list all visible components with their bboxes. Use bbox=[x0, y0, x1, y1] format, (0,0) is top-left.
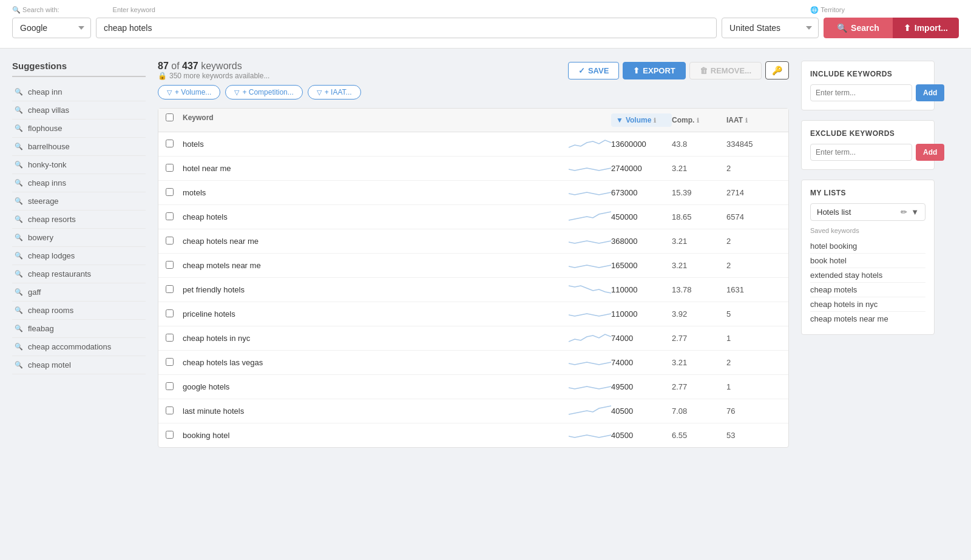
export-icon: ⬆ bbox=[633, 66, 640, 75]
table-row: google hotels 49500 2.77 1 bbox=[158, 375, 788, 399]
sidebar-suggestions: Suggestions 🔍cheap inn🔍cheap villas🔍flop… bbox=[12, 61, 146, 448]
iaat-value: 2714 bbox=[726, 188, 781, 197]
table-row: priceline hotels 110000 3.92 5 bbox=[158, 302, 788, 326]
saved-keyword-item: cheap motels near me bbox=[810, 312, 925, 326]
iaat-value: 2 bbox=[726, 237, 781, 246]
row-checkbox[interactable] bbox=[166, 237, 174, 245]
keyword-name: hotel near me bbox=[183, 164, 231, 173]
saved-keyword-item: book hotel bbox=[810, 254, 925, 268]
suggestion-item[interactable]: 🔍flophouse bbox=[12, 120, 146, 138]
row-checkbox[interactable] bbox=[166, 309, 174, 317]
table-row: booking hotel 40500 6.55 53 bbox=[158, 423, 788, 447]
sparkline bbox=[569, 137, 611, 150]
search-button[interactable]: 🔍 Search bbox=[824, 18, 893, 38]
keyword-cell: priceline hotels bbox=[183, 306, 611, 322]
suggestion-item[interactable]: 🔍steerage bbox=[12, 192, 146, 211]
suggestion-item[interactable]: 🔍honky-tonk bbox=[12, 156, 146, 174]
iaat-value: 2 bbox=[726, 358, 781, 367]
row-checkbox[interactable] bbox=[166, 140, 174, 147]
suggestion-label: cheap lodges bbox=[28, 251, 75, 260]
edit-icon[interactable]: ✏ bbox=[901, 207, 907, 217]
suggestion-label: honky-tonk bbox=[28, 160, 67, 169]
keyword-cell: cheap hotels in nyc bbox=[183, 331, 611, 346]
header-actions: ✓ SAVE ⬆ EXPORT 🗑 REMOVE... 🔑 bbox=[568, 61, 789, 79]
col-volume-header[interactable]: ▼ Volume ℹ bbox=[611, 113, 672, 127]
sparkline bbox=[569, 258, 611, 271]
save-button[interactable]: ✓ SAVE bbox=[568, 62, 619, 79]
territory-select[interactable]: United States United Kingdom Canada Aust… bbox=[722, 18, 819, 38]
suggestion-label: flophouse bbox=[28, 124, 62, 133]
row-checkbox[interactable] bbox=[166, 285, 174, 293]
exclude-term-input[interactable] bbox=[810, 144, 912, 161]
suggestion-item[interactable]: 🔍cheap motel bbox=[12, 356, 146, 374]
exclude-keywords-section: EXCLUDE KEYWORDS Add bbox=[801, 120, 935, 170]
keyword-name: cheap hotels las vegas bbox=[183, 358, 263, 367]
row-checkbox[interactable] bbox=[166, 188, 174, 196]
suggestion-item[interactable]: 🔍cheap inn bbox=[12, 83, 146, 101]
key-button[interactable]: 🔑 bbox=[765, 61, 789, 79]
suggestion-item[interactable]: 🔍cheap rooms bbox=[12, 302, 146, 320]
exclude-add-button[interactable]: Add bbox=[916, 144, 944, 161]
filter-chip[interactable]: ▽ + Competition... bbox=[225, 85, 302, 100]
suggestion-search-icon: 🔍 bbox=[15, 306, 23, 314]
keyword-cell: last minute hotels bbox=[183, 403, 611, 419]
row-checkbox[interactable] bbox=[166, 334, 174, 342]
suggestion-label: cheap inn bbox=[28, 87, 62, 96]
row-checkbox[interactable] bbox=[166, 358, 174, 366]
suggestion-item[interactable]: 🔍barrelhouse bbox=[12, 138, 146, 156]
row-checkbox[interactable] bbox=[166, 212, 174, 220]
suggestion-item[interactable]: 🔍fleabag bbox=[12, 320, 146, 338]
suggestion-search-icon: 🔍 bbox=[15, 270, 23, 278]
remove-button: 🗑 REMOVE... bbox=[689, 62, 762, 79]
suggestion-label: cheap villas bbox=[28, 106, 69, 115]
list-dropdown[interactable]: Hotels list ✏ ▼ bbox=[810, 203, 925, 221]
suggestion-item[interactable]: 🔍cheap resorts bbox=[12, 211, 146, 229]
search-icon: 🔍 bbox=[837, 23, 847, 33]
chevron-down-icon[interactable]: ▼ bbox=[911, 207, 919, 217]
row-checkbox[interactable] bbox=[166, 261, 174, 269]
sparkline bbox=[569, 331, 611, 344]
suggestion-item[interactable]: 🔍cheap villas bbox=[12, 101, 146, 120]
row-checkbox[interactable] bbox=[166, 164, 174, 172]
comp-info-icon: ℹ bbox=[697, 117, 699, 124]
table-row: cheap hotels 450000 18.65 6574 bbox=[158, 205, 788, 229]
row-checkbox[interactable] bbox=[166, 382, 174, 390]
search-engine-select[interactable]: Google Bing Yahoo bbox=[12, 18, 91, 38]
include-term-input[interactable] bbox=[810, 84, 912, 101]
row-checkbox[interactable] bbox=[166, 407, 174, 414]
keyword-input[interactable] bbox=[96, 18, 717, 38]
suggestion-search-icon: 🔍 bbox=[15, 234, 23, 241]
export-button[interactable]: ⬆ EXPORT bbox=[623, 62, 685, 79]
keyword-name: pet friendly hotels bbox=[183, 285, 245, 294]
suggestion-item[interactable]: 🔍cheap restaurants bbox=[12, 265, 146, 283]
saved-keyword-item: hotel booking bbox=[810, 239, 925, 254]
keyword-name: motels bbox=[183, 188, 206, 197]
sparkline-container bbox=[569, 282, 611, 297]
saved-keywords-list: hotel bookingbook hotelextended stay hot… bbox=[810, 239, 925, 326]
iaat-value: 6574 bbox=[726, 212, 781, 221]
suggestion-item[interactable]: 🔍cheap lodges bbox=[12, 247, 146, 265]
keyword-cell: hotels bbox=[183, 137, 611, 152]
select-all-checkbox[interactable] bbox=[166, 113, 174, 121]
volume-value: 110000 bbox=[611, 285, 672, 294]
trash-icon: 🗑 bbox=[700, 66, 708, 75]
table-header: Keyword ▼ Volume ℹ Comp. ℹ IAAT ℹ bbox=[158, 109, 788, 132]
filter-chip[interactable]: ▽ + Volume... bbox=[158, 85, 220, 100]
import-button[interactable]: ⬆ Import... bbox=[893, 18, 959, 38]
suggestion-item[interactable]: 🔍cheap accommodations bbox=[12, 338, 146, 356]
table-row: cheap hotels las vegas 74000 3.21 2 bbox=[158, 351, 788, 375]
include-add-button[interactable]: Add bbox=[916, 84, 944, 101]
filter-chip[interactable]: ▽ + IAAT... bbox=[308, 85, 361, 100]
iaat-value: 1631 bbox=[726, 285, 781, 294]
suggestion-item[interactable]: 🔍gaff bbox=[12, 283, 146, 302]
suggestions-title: Suggestions bbox=[12, 61, 146, 77]
volume-value: 13600000 bbox=[611, 140, 672, 149]
suggestion-item[interactable]: 🔍cheap inns bbox=[12, 174, 146, 192]
comp-value: 2.77 bbox=[672, 382, 726, 391]
volume-value: 165000 bbox=[611, 261, 672, 270]
comp-value: 3.21 bbox=[672, 358, 726, 367]
suggestion-item[interactable]: 🔍bowery bbox=[12, 229, 146, 247]
row-checkbox[interactable] bbox=[166, 431, 174, 439]
iaat-value: 1 bbox=[726, 334, 781, 343]
iaat-value: 2 bbox=[726, 164, 781, 173]
